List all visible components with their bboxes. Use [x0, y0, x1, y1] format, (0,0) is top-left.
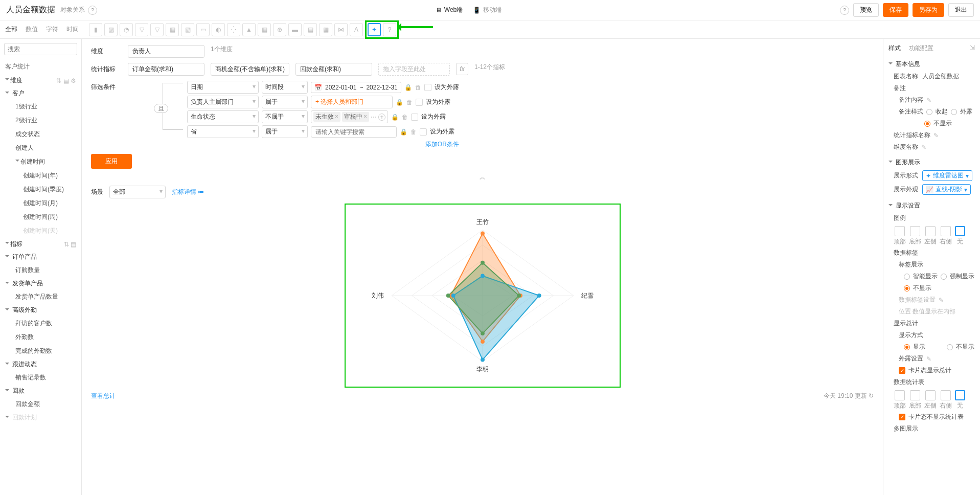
- group-attendance[interactable]: 高级外勤: [0, 304, 81, 317]
- save-button[interactable]: 保存: [883, 3, 908, 17]
- filter-op[interactable]: 时间段: [262, 81, 308, 94]
- chart-funnel2-icon[interactable]: ▽: [150, 23, 164, 36]
- sidebar-item[interactable]: 回款金额: [0, 397, 81, 411]
- ct-tab-time[interactable]: 时间: [66, 25, 79, 34]
- add-or-link[interactable]: 添加OR条件: [425, 140, 459, 149]
- rs-tab-func[interactable]: 功能配置: [909, 44, 933, 53]
- group-ship-prod[interactable]: 发货单产品: [0, 277, 81, 290]
- sidebar-item[interactable]: 创建时间(月): [0, 196, 81, 210]
- lock-icon[interactable]: 🔒: [391, 114, 399, 121]
- sidebar-item[interactable]: 外勤数: [0, 330, 81, 344]
- sidebar-item[interactable]: 创建时间(季度): [0, 183, 81, 196]
- group-follow[interactable]: 跟进动态: [0, 358, 81, 371]
- group-dimension[interactable]: 维度 ⇅ ▤ ⚙: [0, 74, 81, 87]
- chart-scatter-icon[interactable]: ⁛: [227, 23, 240, 36]
- delete-icon[interactable]: 🗑: [406, 99, 413, 106]
- scene-select[interactable]: 全部: [109, 186, 166, 198]
- chart-sankey-icon[interactable]: ⋈: [334, 23, 348, 36]
- chart-bar-icon[interactable]: ▮: [89, 23, 102, 36]
- metric-tag[interactable]: 订单金额(求和): [128, 63, 204, 76]
- chart-word-icon[interactable]: A: [350, 23, 363, 36]
- expose-checkbox[interactable]: [411, 114, 418, 121]
- sidebar-item[interactable]: 完成的外勤数: [0, 344, 81, 358]
- sidebar-item[interactable]: 2级行业: [0, 114, 81, 127]
- sidebar-item[interactable]: 创建时间(天): [0, 224, 81, 238]
- filter-field[interactable]: 生命状态: [187, 110, 259, 123]
- date-range[interactable]: 📅 2022-01-01~2022-12-31: [311, 82, 401, 93]
- fx-button[interactable]: fx: [456, 63, 468, 75]
- display-form-select[interactable]: ✦ 维度雷达图 ▾: [922, 170, 972, 181]
- tab-mobile[interactable]: 📱 移动端: [473, 6, 502, 14]
- filter-op[interactable]: 属于: [262, 125, 308, 138]
- lock-icon[interactable]: 🔒: [400, 128, 407, 136]
- group-order-prod[interactable]: 订单产品: [0, 251, 81, 263]
- group-metric[interactable]: 指标 ⇅ ▤: [0, 238, 81, 251]
- chart-card-icon[interactable]: ▭: [196, 23, 210, 36]
- pos-right[interactable]: [941, 226, 951, 236]
- chart-area-icon[interactable]: ▲: [242, 23, 256, 36]
- dim-tag[interactable]: 负责人: [128, 45, 204, 58]
- filter-field[interactable]: 日期: [187, 81, 259, 94]
- sidebar-item[interactable]: 发货单产品数量: [0, 290, 81, 304]
- pos-bottom[interactable]: [910, 226, 920, 236]
- lock-icon[interactable]: 🔒: [404, 84, 412, 91]
- sidebar-item[interactable]: 创建人: [0, 141, 81, 155]
- chart-combo-icon[interactable]: ▧: [181, 23, 194, 36]
- filter-tags[interactable]: 未生效× 审核中× ⋯ +: [311, 110, 388, 123]
- filter-field[interactable]: 负责人主属部门: [187, 96, 259, 108]
- pos-left[interactable]: [925, 226, 936, 236]
- radio[interactable]: [951, 109, 957, 115]
- pos-none[interactable]: [955, 390, 965, 400]
- expose-checkbox[interactable]: [424, 84, 431, 91]
- pos-none[interactable]: [955, 226, 965, 236]
- chart-radar-icon[interactable]: ✦: [368, 23, 381, 36]
- display-look-select[interactable]: 📈 直线-阴影 ▾: [922, 184, 971, 195]
- delete-icon[interactable]: 🗑: [415, 84, 421, 91]
- filter-val[interactable]: + 选择人员和部门: [311, 96, 393, 108]
- sidebar-item[interactable]: 创建时间(年): [0, 169, 81, 183]
- expose-checkbox[interactable]: [416, 99, 423, 106]
- metric-detail-link[interactable]: 指标详情 ≔: [172, 188, 204, 196]
- metric-tag[interactable]: 回款金额(求和): [295, 63, 372, 76]
- chart-funnel-icon[interactable]: ▽: [135, 23, 148, 36]
- radio[interactable]: [904, 285, 910, 291]
- chart-map-icon[interactable]: ⊕: [273, 23, 286, 36]
- chart-pie-icon[interactable]: ◔: [120, 23, 133, 36]
- sidebar-item[interactable]: 订购数量: [0, 263, 81, 277]
- chart-treemap-icon[interactable]: ▦: [319, 23, 332, 36]
- tab-web[interactable]: 🖥 Web端: [436, 6, 463, 14]
- help-icon[interactable]: ?: [88, 6, 97, 15]
- chart-gauge-icon[interactable]: ◐: [212, 23, 225, 36]
- sidebar-item[interactable]: 成交状态: [0, 127, 81, 141]
- sec-graphic[interactable]: 图形展示: [888, 156, 975, 169]
- chart-stack-icon[interactable]: ▤: [304, 23, 317, 36]
- radio[interactable]: [926, 109, 932, 115]
- group-customer[interactable]: 客户: [0, 87, 81, 100]
- search-input[interactable]: [4, 43, 77, 55]
- sidebar-item[interactable]: 销售记录数: [0, 371, 81, 385]
- radio[interactable]: [924, 121, 930, 127]
- pos-left[interactable]: [925, 390, 936, 400]
- lock-icon[interactable]: 🔒: [396, 99, 403, 106]
- ct-tab-number[interactable]: 数值: [26, 25, 38, 34]
- filter-field[interactable]: 省: [187, 125, 259, 138]
- chart-heat-icon[interactable]: ▦: [258, 23, 271, 36]
- delete-icon[interactable]: 🗑: [402, 114, 408, 121]
- radio[interactable]: [904, 274, 910, 280]
- save-as-button[interactable]: 另存为: [913, 3, 944, 17]
- expose-checkbox[interactable]: [420, 128, 427, 136]
- sec-basic[interactable]: 基本信息: [888, 58, 975, 71]
- apply-button[interactable]: 应用: [91, 154, 132, 169]
- group-payback-plan[interactable]: 回款计划: [0, 411, 81, 424]
- exit-button[interactable]: 退出: [948, 3, 974, 17]
- collapse-icon[interactable]: ⇲: [970, 44, 975, 53]
- chart-table-icon[interactable]: ▦: [166, 23, 179, 36]
- preview-button[interactable]: 预览: [853, 3, 879, 17]
- group-create-time[interactable]: 创建时间: [0, 155, 81, 169]
- filter-input[interactable]: [311, 126, 397, 138]
- checkbox[interactable]: ✓: [899, 367, 905, 374]
- filter-op[interactable]: 属于: [262, 96, 308, 108]
- chart-hbar-icon[interactable]: ▬: [288, 23, 302, 36]
- sec-display[interactable]: 显示设置: [888, 199, 975, 212]
- sidebar-item[interactable]: 1级行业: [0, 100, 81, 114]
